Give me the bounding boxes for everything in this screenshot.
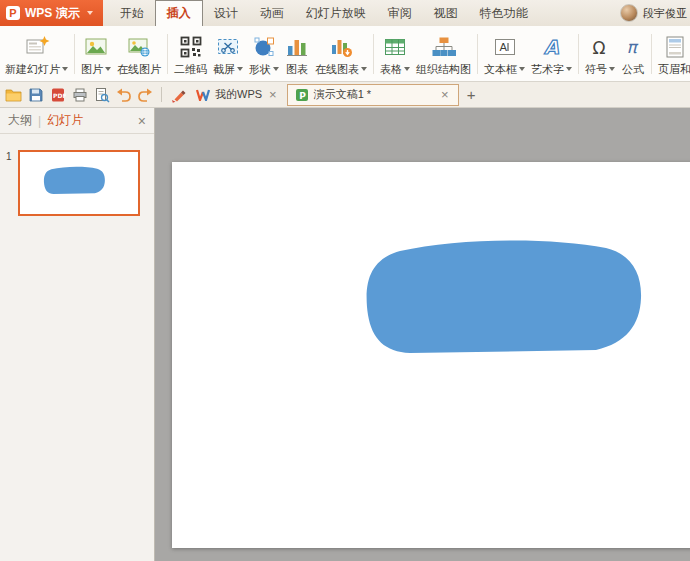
formula-icon: π <box>621 34 645 61</box>
formula-label: 公式 <box>622 63 644 75</box>
chevron-down-icon <box>87 11 93 15</box>
online-chart-button[interactable]: 在线图表 <box>312 27 370 81</box>
online-chart-label: 在线图表 <box>315 63 359 75</box>
folder-icon <box>5 87 22 103</box>
panel-close-button[interactable]: × <box>138 114 146 128</box>
tab-slides[interactable]: 幻灯片 <box>47 112 83 129</box>
screenshot-icon <box>216 34 240 61</box>
user-avatar[interactable] <box>620 4 638 22</box>
dropdown-arrow-icon <box>519 67 525 71</box>
ribbon-tab-strip: 开始 插入 设计 动画 幻灯片放映 审阅 视图 特色功能 <box>109 0 539 26</box>
wordart-button[interactable]: A 艺术字 <box>528 27 575 81</box>
chart-button[interactable]: 图表 <box>282 27 312 81</box>
divider <box>161 87 162 102</box>
chart-label: 图表 <box>286 63 308 75</box>
shapes-label: 形状 <box>249 63 271 75</box>
ribbon-toolbar: 新建幻灯片 图片 在线图片 二维码 截屏 <box>0 26 690 82</box>
close-icon[interactable]: × <box>439 88 451 101</box>
doc-tab-presentation1[interactable]: P 演示文稿1 * × <box>287 84 459 106</box>
tab-view[interactable]: 视图 <box>423 0 469 26</box>
org-chart-icon <box>431 34 457 61</box>
dropdown-arrow-icon <box>62 67 68 71</box>
presentation-file-icon: P <box>295 88 309 102</box>
slide-surface[interactable] <box>172 162 690 548</box>
symbol-button[interactable]: Ω 符号 <box>582 27 618 81</box>
qrcode-button[interactable]: 二维码 <box>171 27 210 81</box>
tab-design[interactable]: 设计 <box>203 0 249 26</box>
pdf-icon: PDF <box>50 87 66 103</box>
dropdown-arrow-icon <box>105 67 111 71</box>
textbox-icon: A <box>493 34 517 61</box>
screenshot-button[interactable]: 截屏 <box>210 27 246 81</box>
dropdown-arrow-icon <box>566 67 572 71</box>
print-button[interactable] <box>69 84 90 105</box>
wordart-icon: A <box>540 34 564 61</box>
picture-button[interactable]: 图片 <box>78 27 114 81</box>
document-tab-bar: PDF 我的WPS × P 演示文稿1 * × + <box>0 82 690 108</box>
symbol-icon: Ω <box>588 34 612 61</box>
textbox-button[interactable]: A 文本框 <box>481 27 528 81</box>
online-picture-button[interactable]: 在线图片 <box>114 27 164 81</box>
tab-slideshow[interactable]: 幻灯片放映 <box>295 0 377 26</box>
export-pdf-button[interactable]: PDF <box>47 84 68 105</box>
new-slide-label: 新建幻灯片 <box>5 63 60 75</box>
undo-button[interactable] <box>113 84 134 105</box>
chart-icon <box>285 34 309 61</box>
wps-w-icon <box>196 89 210 101</box>
editing-canvas[interactable] <box>155 108 690 561</box>
svg-text:π: π <box>627 37 639 57</box>
qrcode-icon <box>180 34 202 61</box>
close-icon[interactable]: × <box>267 88 279 101</box>
thumbnail-shape <box>42 165 106 195</box>
textbox-label: 文本框 <box>484 63 517 75</box>
print-preview-icon <box>94 87 110 103</box>
tab-review[interactable]: 审阅 <box>377 0 423 26</box>
table-button[interactable]: 表格 <box>377 27 413 81</box>
divider <box>651 34 652 74</box>
doc-tab-label: 演示文稿1 * <box>314 87 371 102</box>
slide-thumbnail[interactable] <box>18 150 140 216</box>
table-icon <box>383 34 407 61</box>
online-picture-icon <box>127 34 151 61</box>
divider <box>477 34 478 74</box>
header-footer-icon <box>664 34 686 61</box>
svg-text:PDF: PDF <box>53 91 66 98</box>
header-footer-button[interactable]: 页眉和 <box>655 27 690 81</box>
printer-icon <box>72 87 88 103</box>
dropdown-arrow-icon <box>404 67 410 71</box>
new-slide-button[interactable]: 新建幻灯片 <box>2 27 71 81</box>
rounded-rectangle-shape[interactable] <box>358 233 646 357</box>
formula-button[interactable]: π 公式 <box>618 27 648 81</box>
shapes-button[interactable]: 形状 <box>246 27 282 81</box>
print-preview-button[interactable] <box>91 84 112 105</box>
dropdown-arrow-icon <box>273 67 279 71</box>
redo-button[interactable] <box>135 84 156 105</box>
screenshot-label: 截屏 <box>213 63 235 75</box>
tab-special-features[interactable]: 特色功能 <box>469 0 539 26</box>
wps-logo-label: WPS 演示 <box>25 5 80 22</box>
slide-thumbnail-row: 1 <box>0 150 154 216</box>
tab-home[interactable]: 开始 <box>109 0 155 26</box>
doc-tab-label: 我的WPS <box>215 87 262 102</box>
sign-button[interactable] <box>167 84 188 105</box>
tab-outline[interactable]: 大纲 <box>8 112 32 129</box>
new-slide-icon <box>24 34 50 61</box>
wps-menu-button[interactable]: P WPS 演示 <box>0 0 103 26</box>
title-bar: P WPS 演示 开始 插入 设计 动画 幻灯片放映 审阅 视图 特色功能 段宇… <box>0 0 690 26</box>
dropdown-arrow-icon <box>237 67 243 71</box>
user-name: 段宇俊亚 <box>643 6 687 21</box>
main-content: 大纲 | 幻灯片 × 1 <box>0 108 690 561</box>
org-chart-button[interactable]: 组织结构图 <box>413 27 474 81</box>
new-document-button[interactable]: + <box>460 86 483 103</box>
picture-label: 图片 <box>81 63 103 75</box>
org-chart-label: 组织结构图 <box>416 63 471 75</box>
save-button[interactable] <box>25 84 46 105</box>
open-file-button[interactable] <box>3 84 24 105</box>
tab-insert[interactable]: 插入 <box>155 0 203 26</box>
user-account-area[interactable]: 段宇俊亚 <box>620 0 690 26</box>
tab-animation[interactable]: 动画 <box>249 0 295 26</box>
doc-tab-my-wps[interactable]: 我的WPS × <box>189 84 286 106</box>
dropdown-arrow-icon <box>609 67 615 71</box>
qrcode-label: 二维码 <box>174 63 207 75</box>
online-chart-icon <box>329 34 353 61</box>
